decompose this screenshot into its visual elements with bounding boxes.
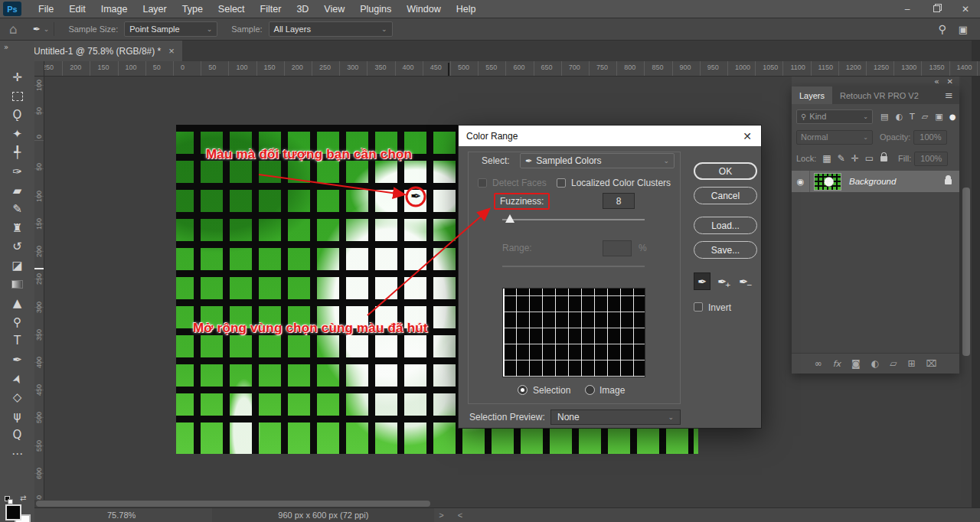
menu-edit[interactable]: Edit <box>61 2 93 17</box>
vertical-ruler[interactable]: 1005005010015020025030035040045050055060… <box>34 77 44 501</box>
eyedropper-add-button[interactable]: ✒ + <box>716 272 733 290</box>
menu-view[interactable]: View <box>316 2 352 17</box>
kind-filter-select[interactable]: ⚲ Kind ⌄ <box>796 109 873 124</box>
menu-file[interactable]: File <box>31 2 61 17</box>
blur-tool[interactable]: ▲ <box>0 295 34 312</box>
filter-smart-objects-icon[interactable]: ▣ <box>935 112 942 122</box>
invert-checkbox[interactable] <box>694 302 703 312</box>
healing-brush-tool[interactable]: ▰ <box>0 182 34 199</box>
lock-all-icon[interactable] <box>880 156 887 161</box>
minimize-icon[interactable]: – <box>893 0 922 18</box>
swap-colors-icon[interactable]: ⇄ <box>20 494 26 502</box>
tab-layers[interactable]: Layers <box>792 86 832 104</box>
filter-adjustment-layers-icon[interactable]: ◐ <box>895 112 903 122</box>
menu-select[interactable]: Select <box>211 2 253 17</box>
lasso-tool[interactable]: Ǫ <box>0 106 34 123</box>
horizontal-ruler[interactable]: 2502001501005005010015020025030035040045… <box>34 61 980 77</box>
layer-row-background[interactable]: ◉ Background <box>792 171 959 192</box>
hand-tool[interactable]: ψ <box>0 408 34 425</box>
clone-stamp-tool[interactable]: ♜ <box>0 220 34 237</box>
eyedropper-tool[interactable]: ✑ <box>0 163 34 180</box>
toolbar-collapse-icon[interactable]: » <box>4 43 8 51</box>
marquee-tool[interactable] <box>0 88 34 105</box>
menu-help[interactable]: Help <box>449 2 484 17</box>
eraser-tool[interactable]: ◪ <box>0 257 34 274</box>
panel-menu-icon[interactable]: ≡ <box>945 90 953 101</box>
lock-artboard-icon[interactable]: ▭ <box>865 153 874 164</box>
new-layer-icon[interactable]: ⊞ <box>907 358 915 369</box>
lock-position-icon[interactable]: ✛ <box>851 153 859 164</box>
layer-visibility-cell[interactable]: ◉ <box>792 171 810 192</box>
quick-selection-tool[interactable]: ✦ <box>0 126 34 142</box>
filter-type-layers-icon[interactable]: T <box>910 112 915 122</box>
sample-select[interactable]: All Layers ⌄ <box>269 21 393 37</box>
link-layers-icon[interactable]: ∞ <box>815 358 822 369</box>
status-arrow-left-icon[interactable]: < <box>458 511 462 520</box>
save-button[interactable]: Save... <box>694 241 757 259</box>
image-radio[interactable] <box>585 385 595 395</box>
menu-layer[interactable]: Layer <box>135 2 174 17</box>
horizontal-scrollbar-thumb[interactable] <box>36 501 430 507</box>
vertical-scrollbar[interactable] <box>961 77 972 501</box>
filter-pixel-layers-icon[interactable]: ▤ <box>880 112 888 122</box>
add-layer-mask-icon[interactable]: ◙ <box>851 358 861 369</box>
filter-shape-layers-icon[interactable]: ▱ <box>922 112 928 122</box>
active-tool-eyedropper[interactable]: ✒ ⌄ <box>28 22 55 36</box>
fuzziness-slider[interactable] <box>502 219 645 220</box>
close-icon[interactable]: ✕ <box>951 0 980 18</box>
layer-effects-icon[interactable]: fx <box>833 359 841 369</box>
status-arrow-right-icon[interactable]: > <box>439 511 443 520</box>
load-button[interactable]: Load... <box>694 217 757 234</box>
new-group-icon[interactable]: ▱ <box>890 358 897 369</box>
ok-button[interactable]: OK <box>694 162 757 180</box>
menu-image[interactable]: Image <box>93 2 136 17</box>
eyedropper-subtract-button[interactable]: ✒ − <box>737 272 754 290</box>
foreground-color-swatch[interactable] <box>5 504 21 520</box>
vertical-scrollbar-thumb[interactable] <box>962 188 970 356</box>
localized-clusters-checkbox[interactable] <box>557 178 566 188</box>
menu-3d[interactable]: 3D <box>289 2 316 17</box>
type-tool[interactable]: T <box>0 332 34 349</box>
adjustment-layer-icon[interactable]: ◐ <box>871 358 879 369</box>
brush-tool[interactable]: ✎ <box>0 201 34 217</box>
crop-tool[interactable]: ╃ <box>0 144 34 161</box>
shape-tool[interactable]: ◇ <box>0 389 34 406</box>
menu-window[interactable]: Window <box>399 2 448 17</box>
move-tool[interactable]: ✛ <box>0 69 34 86</box>
menu-filter[interactable]: Filter <box>253 2 289 17</box>
menu-type[interactable]: Type <box>175 2 211 17</box>
menu-plugins[interactable]: Plugins <box>352 2 399 17</box>
restore-icon[interactable] <box>922 0 951 18</box>
cancel-button[interactable]: Cancel <box>694 187 757 204</box>
home-icon[interactable]: ⌂ <box>9 21 18 37</box>
fuzziness-input[interactable]: 8 <box>603 193 635 209</box>
delete-layer-icon[interactable]: ⌧ <box>926 358 937 369</box>
workspace-icon[interactable]: ▣ <box>959 24 968 35</box>
lock-paint-icon[interactable]: ✎ <box>838 153 845 164</box>
horizontal-scrollbar[interactable] <box>34 500 972 507</box>
close-panel-icon[interactable]: ✕ <box>947 77 953 86</box>
search-icon[interactable]: ⚲ <box>938 23 946 35</box>
chevron-down-icon: ⌄ <box>44 25 50 33</box>
edit-toolbar[interactable]: ⋯ <box>0 445 34 462</box>
tab-retouch-vr-pro-v2[interactable]: Retouch VR PRO V2 <box>832 86 926 104</box>
dodge-tool[interactable]: ⚲ <box>0 314 34 331</box>
sample-size-select[interactable]: Point Sample ⌄ <box>124 21 217 37</box>
selection-radio[interactable] <box>518 385 528 395</box>
zoom-level[interactable]: 75.78% <box>107 511 136 520</box>
tab-close-icon[interactable]: × <box>168 45 175 57</box>
zoom-tool[interactable]: Q <box>0 426 34 443</box>
eyedropper-sample-button[interactable]: ✒ <box>694 272 710 290</box>
lock-transparency-icon[interactable]: ▦ <box>822 153 831 164</box>
selection-preview-dropdown[interactable]: None ⌄ <box>550 409 681 425</box>
collapse-panels-icon[interactable]: « <box>934 77 939 86</box>
fuzziness-slider-thumb[interactable] <box>505 214 514 223</box>
dialog-close-icon[interactable]: ✕ <box>743 130 752 142</box>
select-dropdown[interactable]: ✒ Sampled Colors ⌄ <box>520 153 675 168</box>
dialog-title-bar[interactable]: Color Range ✕ <box>459 126 761 146</box>
layer-thumbnail[interactable] <box>814 173 841 191</box>
document-tab[interactable]: Untitled-1 @ 75.8% (RGB/8#) * × <box>26 41 182 61</box>
filter-toggle-icon[interactable]: ● <box>949 113 956 121</box>
gradient-tool[interactable] <box>0 276 34 293</box>
history-brush-tool[interactable]: ↺ <box>0 238 34 255</box>
